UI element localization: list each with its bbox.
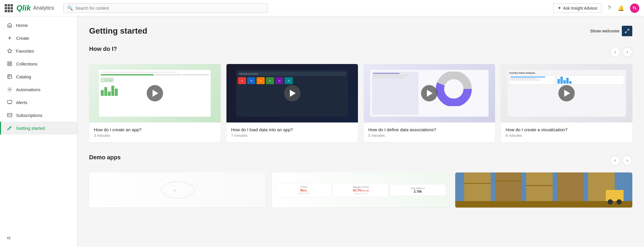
video-title-0: How do I create an app?: [94, 127, 216, 132]
expand-button[interactable]: [622, 26, 632, 36]
insight-advisor-button[interactable]: ✦ Ask Insight Advisor: [553, 3, 602, 13]
navbar: Qlik Analytics 🔍 ✦ Ask Insight Advisor ?…: [0, 0, 644, 16]
demo-card-2[interactable]: [455, 172, 632, 208]
sidebar-item-alerts[interactable]: Alerts: [0, 96, 77, 109]
sidebar-item-subscriptions[interactable]: Subscriptions: [0, 109, 77, 122]
sidebar-item-catalog[interactable]: Catalog: [0, 70, 77, 83]
demo-card-inner-0: ○: [89, 172, 266, 208]
svg-point-32: [607, 199, 613, 205]
section-header-demo: Demo apps ‹ ›: [89, 154, 632, 167]
show-welcome-text[interactable]: Show welcome: [590, 29, 619, 33]
sidebar-collapse-button[interactable]: [0, 230, 77, 247]
alerts-icon: [7, 99, 13, 105]
search-input[interactable]: [75, 6, 264, 11]
demo-next-button[interactable]: ›: [622, 156, 632, 165]
how-next-button[interactable]: ›: [622, 47, 632, 57]
video-card-0[interactable]: + New app: [89, 64, 221, 142]
svg-rect-26: [557, 172, 584, 201]
svg-rect-0: [9, 26, 11, 27]
sidebar-item-automations[interactable]: Automations: [0, 83, 77, 96]
section-title-demo: Demo apps: [89, 154, 121, 161]
section-header-how: How do I? ‹ ›: [89, 46, 632, 58]
sidebar: Home Create Favorites Collections: [0, 16, 77, 247]
sidebar-item-collections[interactable]: Collections: [0, 57, 77, 70]
svg-rect-4: [8, 62, 9, 63]
svg-rect-5: [10, 62, 12, 63]
search-bar[interactable]: 🔍: [63, 3, 268, 13]
svg-rect-6: [8, 64, 9, 66]
video-title-3: How do I create a visualization?: [505, 127, 628, 132]
video-thumb-3: Country Sales Analysis: [501, 64, 632, 122]
video-card-body-2: How do I define data associations? 5 min…: [364, 122, 495, 142]
plus-icon: [7, 35, 13, 41]
play-button-3[interactable]: [558, 85, 575, 101]
sidebar-label-favorites: Favorites: [16, 49, 34, 53]
app-name: Analytics: [33, 5, 54, 11]
demo-cards-row: ○ (YTD) M2% Sales(YTD) Marg: [89, 172, 632, 208]
video-thumb-1: Add Data connection A W G S D M: [226, 64, 358, 122]
automations-icon: [7, 87, 13, 92]
svg-marker-3: [8, 49, 12, 53]
grid-menu-icon[interactable]: [5, 4, 13, 12]
star-icon: [7, 48, 13, 54]
search-icon: 🔍: [67, 5, 73, 11]
video-card-body-3: How do I create a visualization? 6 minut…: [501, 122, 632, 142]
page-title-row: Getting started Show welcome: [89, 26, 632, 36]
svg-rect-8: [8, 75, 12, 79]
main-content: Getting started Show welcome How do I? ‹…: [77, 16, 644, 247]
play-button-0[interactable]: [147, 85, 163, 101]
video-duration-1: 7 minutes: [231, 133, 353, 138]
demo-apps-section: Demo apps ‹ › ○: [89, 154, 632, 208]
qlik-logo: Qlik: [16, 4, 31, 13]
warehouse-image: [455, 172, 632, 208]
how-prev-button[interactable]: ‹: [610, 47, 620, 57]
how-do-i-nav-arrows: ‹ ›: [610, 47, 632, 57]
svg-rect-25: [526, 172, 553, 201]
video-card-body-0: How do I create an app? 3 minutes: [89, 122, 221, 142]
video-duration-3: 6 minutes: [505, 133, 628, 138]
logo: Qlik Analytics: [16, 4, 54, 13]
play-button-2[interactable]: [421, 85, 437, 101]
svg-point-18: [161, 182, 194, 198]
demo-card-0[interactable]: ○: [89, 172, 266, 208]
notification-icon[interactable]: 🔔: [617, 4, 625, 13]
layout: Home Create Favorites Collections: [0, 16, 644, 247]
svg-rect-22: [455, 201, 632, 208]
sidebar-item-create[interactable]: Create: [0, 32, 77, 44]
sidebar-item-favorites[interactable]: Favorites: [0, 44, 77, 57]
sidebar-item-home[interactable]: Home: [0, 19, 77, 32]
how-do-i-section: How do I? ‹ ›: [89, 46, 632, 142]
video-thumb-2: [364, 64, 495, 122]
avatar[interactable]: TL: [630, 4, 639, 13]
svg-point-11: [9, 89, 11, 90]
svg-rect-31: [606, 190, 624, 201]
sidebar-label-create: Create: [16, 36, 29, 41]
section-title-how: How do I?: [89, 46, 117, 52]
video-cards-row: + New app: [89, 64, 632, 142]
sidebar-item-getting-started[interactable]: Getting started: [0, 122, 77, 134]
collections-icon: [7, 61, 13, 67]
sidebar-label-getting-started: Getting started: [16, 126, 45, 131]
rocket-icon: [7, 125, 13, 131]
video-card-2[interactable]: How do I define data associations? 5 min…: [364, 64, 495, 142]
sidebar-label-collections: Collections: [16, 61, 37, 66]
sidebar-label-home: Home: [16, 23, 28, 28]
play-button-1[interactable]: [284, 85, 300, 101]
sidebar-label-subscriptions: Subscriptions: [16, 113, 42, 118]
svg-rect-24: [495, 172, 522, 201]
video-card-3[interactable]: Country Sales Analysis: [501, 64, 632, 142]
sidebar-label-alerts: Alerts: [16, 100, 27, 105]
svg-rect-7: [10, 64, 12, 66]
demo-card-1[interactable]: (YTD) M2% Sales(YTD) Margin (YTD) 43.7%▼…: [272, 172, 449, 208]
video-card-1[interactable]: Add Data connection A W G S D M: [226, 64, 358, 142]
video-duration-2: 5 minutes: [368, 133, 491, 138]
navbar-right: ✦ Ask Insight Advisor ? 🔔 TL: [553, 3, 639, 13]
page-title: Getting started: [89, 26, 147, 36]
svg-rect-12: [8, 100, 12, 103]
home-icon: [7, 22, 13, 28]
svg-rect-23: [464, 172, 491, 201]
help-icon[interactable]: ?: [607, 4, 612, 12]
catalog-icon: [7, 74, 13, 80]
demo-prev-button[interactable]: ‹: [610, 156, 620, 165]
svg-rect-13: [8, 113, 12, 117]
